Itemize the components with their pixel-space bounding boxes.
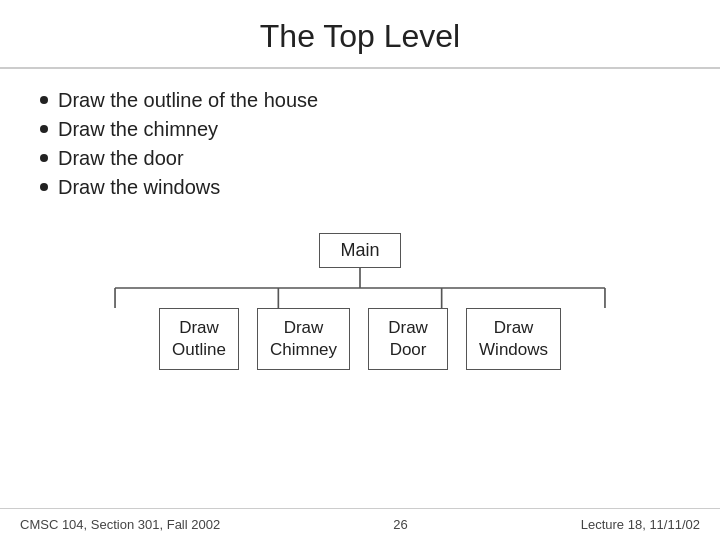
- connector-lines: [40, 268, 680, 308]
- child-node-1: Draw Outline: [159, 308, 239, 370]
- slide-title: The Top Level: [20, 18, 700, 55]
- root-node: Main: [319, 233, 400, 268]
- bullet-dot: [40, 96, 48, 104]
- bullet-text: Draw the windows: [58, 176, 220, 199]
- list-item: Draw the windows: [40, 176, 680, 199]
- list-item: Draw the outline of the house: [40, 89, 680, 112]
- bullet-list: Draw the outline of the house Draw the c…: [40, 89, 680, 205]
- child-box-3: Draw Door: [368, 308, 448, 370]
- children-row: Draw Outline Draw Chimney Draw Door: [40, 308, 680, 370]
- child-box-4: Draw Windows: [466, 308, 561, 370]
- child-node-2: Draw Chimney: [257, 308, 350, 370]
- tree-root: Main: [319, 233, 400, 268]
- bullet-dot: [40, 125, 48, 133]
- bullet-text: Draw the outline of the house: [58, 89, 318, 112]
- footer-right: Lecture 18, 11/11/02: [581, 517, 700, 532]
- bullet-dot: [40, 154, 48, 162]
- list-item: Draw the chimney: [40, 118, 680, 141]
- child-node-3: Draw Door: [368, 308, 448, 370]
- bullet-dot: [40, 183, 48, 191]
- child-box-2: Draw Chimney: [257, 308, 350, 370]
- tree-diagram: Main Dr: [40, 233, 680, 370]
- title-area: The Top Level: [0, 0, 720, 69]
- child-box-1: Draw Outline: [159, 308, 239, 370]
- footer: CMSC 104, Section 301, Fall 2002 26 Lect…: [0, 508, 720, 540]
- bullet-text: Draw the chimney: [58, 118, 218, 141]
- footer-center: 26: [393, 517, 407, 532]
- bullet-text: Draw the door: [58, 147, 184, 170]
- content-area: Draw the outline of the house Draw the c…: [0, 69, 720, 508]
- footer-left: CMSC 104, Section 301, Fall 2002: [20, 517, 220, 532]
- slide: The Top Level Draw the outline of the ho…: [0, 0, 720, 540]
- list-item: Draw the door: [40, 147, 680, 170]
- child-node-4: Draw Windows: [466, 308, 561, 370]
